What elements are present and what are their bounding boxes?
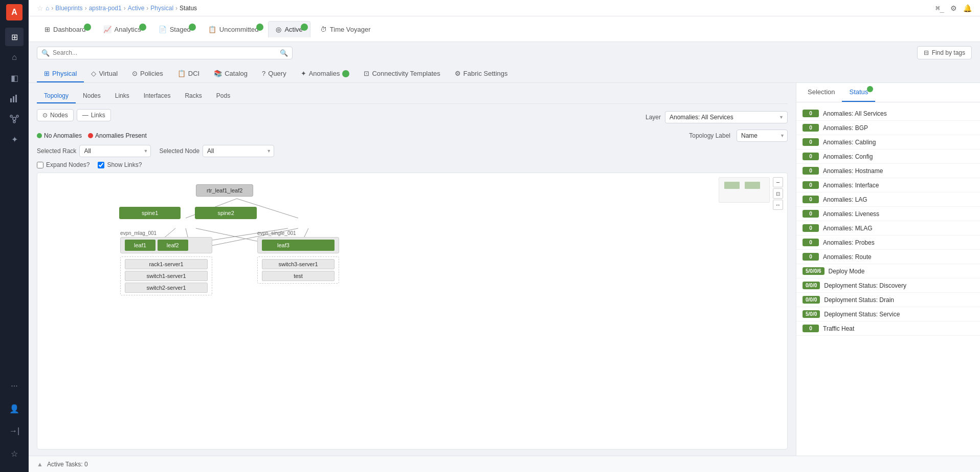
section-tab-fabric[interactable]: ⚙ Fabric Settings (448, 66, 515, 82)
section-tab-connectivity[interactable]: ⊡ Connectivity Templates (357, 66, 447, 82)
leaf1-node[interactable]: leaf1 (125, 240, 155, 251)
sidebar-icon-grid[interactable]: ⊞ (5, 28, 24, 46)
sub-tab-nodes[interactable]: Nodes (76, 89, 108, 103)
breadcrumb-pod[interactable]: apstra-pod1 (89, 5, 122, 12)
catalog-tab-label: Catalog (225, 70, 248, 77)
status-item[interactable]: 5/0/0 Deployment Status: Service (796, 307, 980, 321)
sidebar-icon-chart[interactable] (5, 89, 24, 108)
status-item[interactable]: 0/0/0 Deployment Status: Discovery (796, 278, 980, 293)
breadcrumb-home[interactable]: ⌂ (46, 5, 49, 12)
section-tab-policies[interactable]: ⊙ Policies (125, 66, 170, 82)
canvas-fit-btn[interactable]: ⊡ (773, 188, 783, 199)
section-tab-anomalies[interactable]: ✦ Anomalies (294, 66, 357, 82)
tab-dashboard[interactable]: ⊞ Dashboard (37, 21, 94, 37)
status-item[interactable]: 0 Anomalies: LAG (796, 192, 980, 207)
status-item[interactable]: 0 Anomalies: Cabling (796, 135, 980, 149)
section-tab-catalog[interactable]: 📚 Catalog (207, 66, 255, 82)
status-item[interactable]: 5/0/0/6 Deploy Mode (796, 264, 980, 278)
status-item[interactable]: 0 Anomalies: BGP (796, 121, 980, 135)
bottom-chevron-icon[interactable]: ▲ (37, 461, 43, 468)
tab-time-voyager[interactable]: ⏱ Time Voyager (313, 21, 378, 37)
status-item[interactable]: 0 Anomalies: Route (796, 250, 980, 264)
sub-tab-pods[interactable]: Pods (209, 89, 237, 103)
breadcrumb-sep-0: › (51, 5, 53, 12)
sidebar-icon-user[interactable]: 👤 (5, 399, 24, 418)
section-tab-virtual[interactable]: ◇ Virtual (84, 66, 125, 82)
sidebar-icon-tools[interactable]: ✦ (5, 130, 24, 148)
sub-tab-topology[interactable]: Topology (37, 89, 76, 103)
status-badge: 0 (803, 196, 819, 203)
links-filter-btn[interactable]: — Links (77, 109, 111, 121)
terminal-icon[interactable]: ⌘_ (936, 4, 944, 12)
right-panel-tab-status[interactable]: Status (842, 83, 875, 102)
status-item[interactable]: 0 Anomalies: All Services (796, 106, 980, 121)
sidebar-icon-dots[interactable]: ··· (5, 377, 24, 395)
leaf2-node[interactable]: leaf2 (158, 240, 188, 251)
show-links-label[interactable]: Show Links? (98, 161, 142, 168)
links-filter-icon: — (82, 112, 88, 119)
tab-uncommitted[interactable]: 📋 Uncommitted (201, 21, 266, 37)
status-item[interactable]: 0 Anomalies: Hostname (796, 164, 980, 178)
left-sidebar: A ⊞ ⌂ ◧ ✦ ··· 👤 →| ☆ (0, 0, 29, 472)
section-tab-physical[interactable]: ⊞ Physical (37, 66, 84, 82)
status-item[interactable]: 0 Anomalies: Liveness (796, 207, 980, 221)
sub-tab-racks[interactable]: Racks (177, 89, 209, 103)
status-item[interactable]: 0 Traffic Heat (796, 321, 980, 336)
layer-select[interactable]: Anomalies: All Services (665, 111, 788, 123)
spine2-node[interactable]: spine2 (195, 207, 256, 219)
right-panel-tab-selection[interactable]: Selection (800, 83, 842, 102)
bell-icon[interactable]: 🔔 (963, 4, 972, 12)
status-badge: 0 (803, 110, 819, 117)
sidebar-icon-home[interactable]: ⌂ (5, 48, 24, 67)
tab-analytics[interactable]: 📈 Analytics (96, 21, 149, 37)
selected-rack-select[interactable]: All (79, 145, 151, 157)
dci-tab-icon: 📋 (177, 70, 186, 77)
mini-map (719, 177, 770, 203)
search-submit-icon[interactable]: 🔍 (280, 49, 288, 57)
sidebar-icon-logout[interactable]: →| (5, 422, 24, 440)
breadcrumb-star[interactable]: ☆ (37, 4, 43, 12)
canvas-zoom-out-btn[interactable]: − (773, 177, 783, 187)
leaf3-node[interactable]: leaf3 (262, 240, 335, 251)
server-rack1[interactable]: rack1-server1 (125, 259, 208, 269)
server-switch1[interactable]: switch1-server1 (125, 271, 208, 281)
status-badge: 0 (803, 239, 819, 246)
breadcrumb-blueprints[interactable]: Blueprints (55, 5, 82, 12)
server-test[interactable]: test (262, 271, 335, 281)
sub-tab-links[interactable]: Links (108, 89, 137, 103)
tab-active[interactable]: ◎ Active (268, 21, 310, 37)
breadcrumb-physical[interactable]: Physical (150, 5, 173, 12)
svg-line-7 (12, 117, 13, 118)
tab-staged-badge (189, 24, 196, 31)
settings-icon[interactable]: ⚙ (950, 4, 957, 12)
status-item[interactable]: 0 Anomalies: MLAG (796, 221, 980, 235)
sidebar-icon-nodes[interactable] (5, 110, 24, 128)
status-list: 0 Anomalies: All Services 0 Anomalies: B… (796, 102, 980, 456)
server-switch3[interactable]: switch3-server1 (262, 259, 335, 269)
status-item[interactable]: 0 Anomalies: Interface (796, 178, 980, 192)
canvas-expand-btn[interactable]: ↔ (773, 200, 783, 210)
nodes-filter-btn[interactable]: ⊙ Nodes (37, 109, 74, 121)
virtual-tab-label: Virtual (99, 70, 118, 77)
selection-tab-label: Selection (808, 88, 835, 96)
search-input[interactable] (53, 49, 277, 56)
show-links-checkbox[interactable] (98, 162, 104, 168)
sidebar-icon-layers[interactable]: ◧ (5, 69, 24, 87)
tab-staged[interactable]: 📄 Staged (151, 21, 198, 37)
section-tab-query[interactable]: ? Query (255, 66, 294, 82)
expand-nodes-label[interactable]: Expand Nodes? (37, 161, 90, 168)
find-tags-button[interactable]: ⊟ Find by tags (917, 46, 972, 59)
spine1-node[interactable]: spine1 (119, 207, 181, 219)
sidebar-icon-star[interactable]: ☆ (5, 444, 24, 463)
server-switch2[interactable]: switch2-server1 (125, 283, 208, 293)
rtr-node[interactable]: rtr_leaf1_leaf2 (196, 184, 253, 197)
section-tab-dci[interactable]: 📋 DCI (170, 66, 207, 82)
topology-label-select[interactable]: Name (737, 130, 788, 142)
status-item[interactable]: 0 Anomalies: Config (796, 149, 980, 164)
status-item[interactable]: 0/0/0 Deployment Status: Drain (796, 293, 980, 307)
selected-node-select[interactable]: All (203, 145, 274, 157)
breadcrumb-active[interactable]: Active (128, 5, 145, 12)
expand-nodes-checkbox[interactable] (37, 162, 43, 168)
status-item[interactable]: 0 Anomalies: Probes (796, 235, 980, 250)
sub-tab-interfaces[interactable]: Interfaces (137, 89, 178, 103)
